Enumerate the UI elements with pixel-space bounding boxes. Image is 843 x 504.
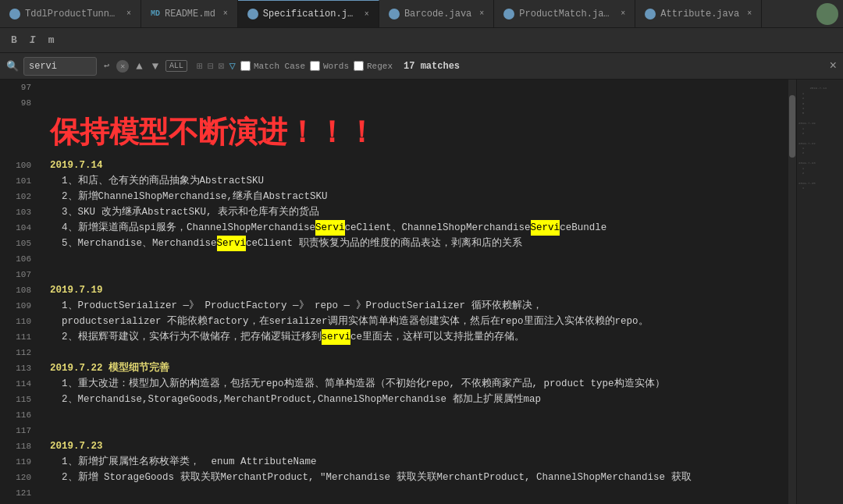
search-icon: 🔍 bbox=[6, 60, 19, 73]
code-line-119: 1、新增扩展属性名称枚举类， enum AttributeName bbox=[50, 454, 776, 470]
code-line-98 bbox=[50, 95, 776, 111]
tab-productmatch[interactable]: ProductMatch.java × bbox=[494, 0, 635, 28]
code-line-100: 2019.7.14 bbox=[50, 158, 776, 173]
tab-attribute[interactable]: Attribute.java × bbox=[635, 0, 762, 28]
line-numbers: 97 98 100 101 102 103 104 105 106 107 10… bbox=[0, 80, 37, 504]
code-line-118: 2019.7.23 bbox=[50, 438, 776, 454]
code-line-107 bbox=[50, 267, 776, 282]
clear-search-button[interactable]: ✕ bbox=[116, 60, 129, 73]
find-close-button[interactable]: × bbox=[829, 59, 837, 73]
highlight-servi-2: Servi bbox=[531, 220, 560, 236]
close-icon[interactable]: × bbox=[223, 9, 228, 18]
find-all-button[interactable]: ALL bbox=[165, 60, 187, 72]
find-bar: 🔍 ↩ ✕ ▲ ▼ ALL ⊞ ⊟ ⊠ ▽ Match Case Words R… bbox=[0, 53, 843, 80]
code-line-121 bbox=[50, 485, 776, 501]
tab-label: Attribute.java bbox=[660, 9, 739, 20]
nav-up-button[interactable]: ▲ bbox=[133, 59, 144, 74]
editor: 97 98 100 101 102 103 104 105 106 107 10… bbox=[0, 80, 843, 504]
regex-checkbox[interactable] bbox=[354, 61, 364, 71]
code-line-102: 2、新增ChannelShopMerchandise,继承自AbstractSK… bbox=[50, 189, 776, 204]
close-icon[interactable]: × bbox=[747, 9, 752, 18]
code-line-122 bbox=[50, 501, 776, 504]
tab-bar: TddlProductTunnel.java × MD README.md × … bbox=[0, 0, 843, 28]
code-line-109: 1、ProductSerializer —》 ProductFactory —》… bbox=[50, 298, 776, 314]
tab-label: TddlProductTunnel.java bbox=[25, 9, 119, 20]
highlight-servi-4: servi bbox=[322, 329, 351, 345]
words-option[interactable]: Words bbox=[310, 61, 349, 71]
match-case-label: Match Case bbox=[254, 62, 305, 71]
filter-icon-1: ⊞ bbox=[197, 60, 203, 73]
minimap: 2019.7.14 1 2 3 4 5 2019.7.19 1 2 2019.7… bbox=[796, 80, 843, 504]
code-line-112 bbox=[50, 345, 776, 360]
code-line-116 bbox=[50, 407, 776, 423]
tab-label: ProductMatch.java bbox=[519, 9, 613, 20]
big-heading: 保持模型不断演进！！！ bbox=[50, 119, 376, 149]
java-icon bbox=[9, 9, 20, 20]
filter-icon-4[interactable]: ▽ bbox=[229, 59, 236, 73]
scrollbar-thumb[interactable] bbox=[789, 95, 795, 158]
code-content: 保持模型不断演进！！！ 2019.7.14 1、和店、仓有关的商品抽象为Abst… bbox=[37, 80, 788, 504]
java-icon bbox=[389, 9, 400, 20]
words-label: Words bbox=[323, 62, 349, 71]
code-line-106 bbox=[50, 251, 776, 267]
tab-specification[interactable]: Specification.java × bbox=[238, 0, 379, 28]
tab-label: Barcode.java bbox=[404, 9, 471, 20]
find-input-wrapper bbox=[23, 57, 97, 76]
nav-prev-button[interactable]: ↩ bbox=[101, 59, 112, 73]
code-line-104: 4、新增渠道商品spi服务，ChannelShopMerchandiseServ… bbox=[50, 220, 776, 236]
close-icon[interactable]: × bbox=[479, 9, 484, 18]
code-line-120: 2、新增 StorageGoods 获取关联MerchantProduct, "… bbox=[50, 470, 776, 485]
nav-down-button[interactable]: ▼ bbox=[150, 59, 161, 74]
bold-button[interactable]: B bbox=[8, 33, 20, 48]
java-icon bbox=[247, 9, 258, 20]
code-line-111: 2、根据辉哥建议，实体行为不做储存，把存储逻辑迁移到service里面去，这样可… bbox=[50, 329, 776, 345]
search-input[interactable] bbox=[29, 61, 91, 72]
md-icon: MD bbox=[151, 9, 160, 18]
code-line-113: 2019.7.22 模型细节完善 bbox=[50, 360, 776, 376]
tab-tddlproducttunnel[interactable]: TddlProductTunnel.java × bbox=[0, 0, 141, 28]
tab-barcode[interactable]: Barcode.java × bbox=[379, 0, 494, 28]
code-line-114: 1、重大改进：模型加入新的构造器，包括无repo构造器、简单构造器（不初始化re… bbox=[50, 376, 776, 392]
close-icon[interactable]: × bbox=[365, 10, 369, 19]
code-line-105: 5、Merchandise、MerchandiseServiceClient 职… bbox=[50, 236, 776, 251]
java-icon bbox=[645, 9, 656, 20]
italic-button[interactable]: I bbox=[27, 33, 39, 48]
match-case-checkbox[interactable] bbox=[240, 61, 251, 71]
tab-label: README.md bbox=[165, 9, 215, 20]
highlight-servi-3: Servi bbox=[217, 236, 247, 251]
regex-option[interactable]: Regex bbox=[354, 61, 393, 71]
highlight-servi-1: Servi bbox=[315, 220, 345, 236]
words-checkbox[interactable] bbox=[310, 61, 320, 71]
code-line-101: 1、和店、仓有关的商品抽象为AbstractSKU bbox=[50, 173, 776, 189]
big-heading-container: 保持模型不断演进！！！ bbox=[50, 111, 776, 158]
close-icon[interactable]: × bbox=[126, 9, 131, 18]
m-button[interactable]: m bbox=[45, 33, 58, 48]
tab-label: Specification.java bbox=[263, 9, 357, 20]
regex-label: Regex bbox=[367, 62, 393, 71]
toolbar: B I m bbox=[0, 28, 843, 53]
code-line-110: productserializer 不能依赖factory，在serialize… bbox=[50, 314, 776, 329]
filter-icon-3: ⊠ bbox=[219, 60, 225, 73]
code-line-108: 2019.7.19 bbox=[50, 282, 776, 298]
avatar bbox=[816, 3, 838, 25]
tab-readme[interactable]: MD README.md × bbox=[141, 0, 238, 28]
code-line-97 bbox=[50, 80, 776, 95]
scrollbar[interactable] bbox=[788, 80, 796, 504]
matches-count: 17 matches bbox=[404, 61, 460, 72]
filter-icon-2: ⊟ bbox=[208, 60, 214, 73]
match-case-option[interactable]: Match Case bbox=[240, 61, 305, 71]
code-line-103: 3、SKU 改为继承AbstractSKU, 表示和仓库有关的货品 bbox=[50, 204, 776, 220]
java-icon bbox=[503, 9, 514, 20]
code-line-115: 2、Merchandise,StorageGoods,MerchantProdu… bbox=[50, 392, 776, 407]
code-line-117 bbox=[50, 423, 776, 438]
close-icon[interactable]: × bbox=[621, 9, 625, 18]
